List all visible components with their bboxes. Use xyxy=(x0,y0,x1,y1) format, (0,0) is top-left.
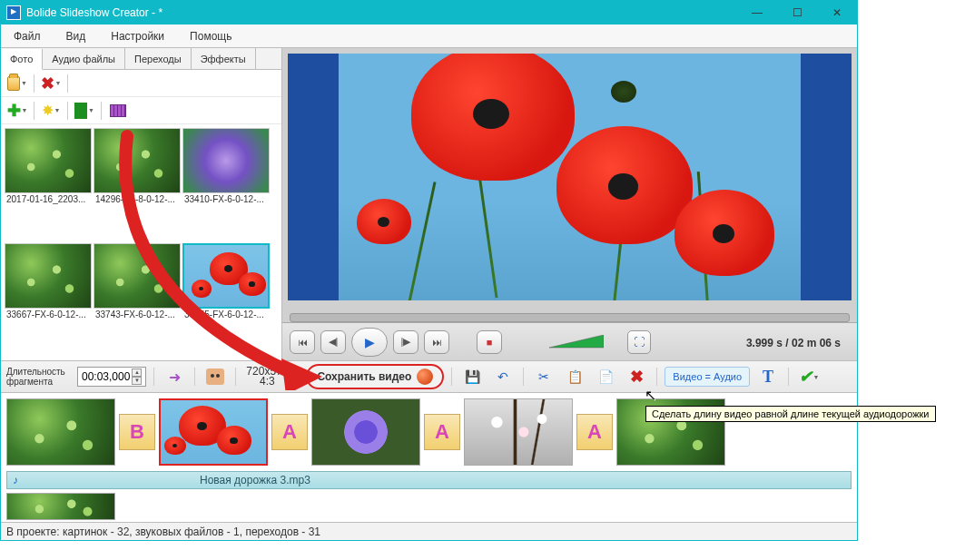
paste-button[interactable]: 📄 xyxy=(593,364,618,389)
thumb-item[interactable]: 33410-FX-6-0-12-... xyxy=(182,128,270,241)
face-button[interactable] xyxy=(202,364,228,389)
transition-slot[interactable]: A xyxy=(424,414,460,450)
media-tabs: Фото Аудио файлы Переходы Эффекты xyxy=(1,48,281,70)
separator xyxy=(34,102,34,120)
menu-settings[interactable]: Настройки xyxy=(98,25,177,47)
audio-track[interactable]: ♪ Новая дорожка 3.mp3 xyxy=(6,471,852,489)
menu-file[interactable]: Файл xyxy=(1,25,54,47)
transition-slot[interactable]: A xyxy=(576,414,613,450)
color-button[interactable]: ▼ xyxy=(74,100,95,122)
stop-button[interactable]: ■ xyxy=(477,330,502,354)
x-icon: ✖ xyxy=(630,367,644,387)
menubar: Файл Вид Настройки Помощь xyxy=(1,25,857,48)
prev-clip-button[interactable]: ⏮ xyxy=(290,330,315,354)
thumb-item[interactable]: 2017-01-16_2203... xyxy=(5,128,92,241)
separator xyxy=(101,102,102,120)
duration-label: Длительность фрагмента xyxy=(6,367,72,387)
video-equals-audio-button[interactable]: Видео = Аудио xyxy=(665,367,750,387)
face-icon xyxy=(206,368,224,385)
thumb-image xyxy=(182,128,270,193)
spin-down[interactable]: ▼ xyxy=(132,377,142,385)
scrub-bar[interactable] xyxy=(290,313,850,322)
video-button[interactable] xyxy=(107,100,129,122)
volume-slider[interactable] xyxy=(549,335,604,349)
play-button[interactable]: ▶ xyxy=(351,328,388,357)
timeline-clip[interactable] xyxy=(464,398,573,466)
fullscreen-button[interactable]: ⛶ xyxy=(627,330,651,354)
transition-slot[interactable]: A xyxy=(271,414,308,450)
text-button[interactable]: T xyxy=(755,364,781,389)
open-folder-button[interactable]: ▼ xyxy=(6,73,28,94)
step-fwd-button[interactable]: |▶ xyxy=(393,330,418,354)
tab-effects[interactable]: Эффекты xyxy=(192,48,256,69)
thumb-item[interactable]: 37055-FX-6-0-12-... xyxy=(182,243,270,357)
status-bar: В проекте: картинок - 32, звуковых файло… xyxy=(1,522,857,540)
separator xyxy=(788,368,789,386)
close-button[interactable]: ✕ xyxy=(817,1,857,25)
separator xyxy=(523,368,524,386)
add-button[interactable]: ✚▼ xyxy=(6,100,28,122)
step-back-button[interactable]: ◀| xyxy=(320,330,346,354)
thumb-label: 37055-FX-6-0-12-... xyxy=(182,309,270,320)
clip-row-2 xyxy=(1,493,857,522)
delete-button[interactable]: ✖ xyxy=(624,364,649,389)
separator xyxy=(153,368,154,386)
save-project-button[interactable]: 💾 xyxy=(459,364,485,389)
tab-audio[interactable]: Аудио файлы xyxy=(43,48,125,69)
folder-icon xyxy=(7,76,20,91)
save-video-label: Сохранить видео xyxy=(317,372,411,382)
copy-button[interactable]: 📋 xyxy=(562,364,587,389)
thumb-item[interactable]: 14296-FX-8-0-12-... xyxy=(94,128,181,241)
apply-duration-button[interactable]: ➜ xyxy=(162,364,187,389)
time-current: 3.999 s xyxy=(746,337,783,349)
thumb-image xyxy=(5,128,92,193)
remove-button[interactable]: ✖▼ xyxy=(40,73,62,94)
music-note-icon: ♪ xyxy=(13,474,18,486)
preview-image xyxy=(339,54,801,300)
timeline-toolbar: Длительность фрагмента 00:03,000 ▲▼ ➜ 72… xyxy=(1,360,857,393)
undo-button[interactable]: ↶ xyxy=(490,364,516,389)
preview-area: ⏮ ◀| ▶ |▶ ⏭ ■ ⛶ 3.999 s / 02 m 06 s xyxy=(282,48,857,360)
transition-slot[interactable]: B xyxy=(119,414,155,450)
timeline-clip[interactable] xyxy=(6,493,115,520)
clip-row: B A A A xyxy=(1,393,857,471)
audio-track-name: Новая дорожка 3.mp3 xyxy=(200,474,310,486)
playback-bar: ⏮ ◀| ▶ |▶ ⏭ ■ ⛶ 3.999 s / 02 m 06 s xyxy=(282,322,857,360)
timeline-clip[interactable] xyxy=(6,398,115,466)
color-swatch-icon xyxy=(74,103,87,119)
separator xyxy=(67,74,68,93)
cut-button[interactable]: ✂ xyxy=(531,364,556,389)
tab-photo[interactable]: Фото xyxy=(1,49,43,70)
resolution-info[interactable]: 720x576 4:3 xyxy=(243,367,290,387)
check-icon: ✔ xyxy=(799,367,812,387)
plus-icon: ✚ xyxy=(7,101,21,121)
menu-view[interactable]: Вид xyxy=(54,25,99,47)
app-icon xyxy=(6,5,21,20)
save-video-button[interactable]: Сохранить видео xyxy=(306,364,444,389)
thumb-item[interactable]: 33743-FX-6-0-12-... xyxy=(94,243,181,357)
thumb-label: 33410-FX-6-0-12-... xyxy=(182,193,270,205)
maximize-button[interactable]: ☐ xyxy=(777,1,817,25)
tooltip: Сделать длину видео равной длине текущей… xyxy=(645,406,936,422)
timeline-clip[interactable] xyxy=(159,398,268,466)
separator xyxy=(656,368,657,386)
separator xyxy=(194,368,195,386)
thumb-item[interactable]: 33667-FX-6-0-12-... xyxy=(5,243,92,357)
next-clip-button[interactable]: ⏭ xyxy=(424,330,449,354)
arrow-right-icon: ➜ xyxy=(169,368,181,386)
separator xyxy=(451,368,452,386)
apply-button[interactable]: ✔▼ xyxy=(796,364,822,389)
thumb-label: 14296-FX-8-0-12-... xyxy=(94,193,181,205)
menu-help[interactable]: Помощь xyxy=(177,25,244,47)
spin-up[interactable]: ▲ xyxy=(132,368,142,377)
duration-input[interactable]: 00:03,000 ▲▼ xyxy=(77,367,146,387)
minimize-button[interactable]: — xyxy=(737,1,777,25)
duration-value: 00:03,000 xyxy=(82,370,130,383)
timeline-clip[interactable] xyxy=(311,398,420,466)
record-icon xyxy=(417,368,433,385)
tab-transitions[interactable]: Переходы xyxy=(125,48,192,69)
film-icon xyxy=(110,104,126,117)
time-display: 3.999 s / 02 m 06 s xyxy=(746,335,850,349)
separator xyxy=(235,368,236,386)
effect-button[interactable]: ✸▼ xyxy=(40,100,62,122)
